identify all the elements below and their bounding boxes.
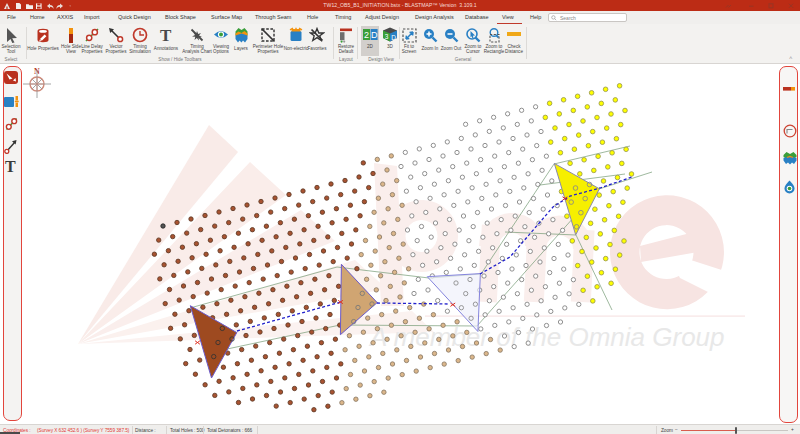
svg-text:D: D — [391, 34, 396, 41]
svg-text:3: 3 — [385, 33, 389, 40]
svg-text:D: D — [370, 30, 377, 40]
svg-text:2: 2 — [363, 30, 368, 40]
